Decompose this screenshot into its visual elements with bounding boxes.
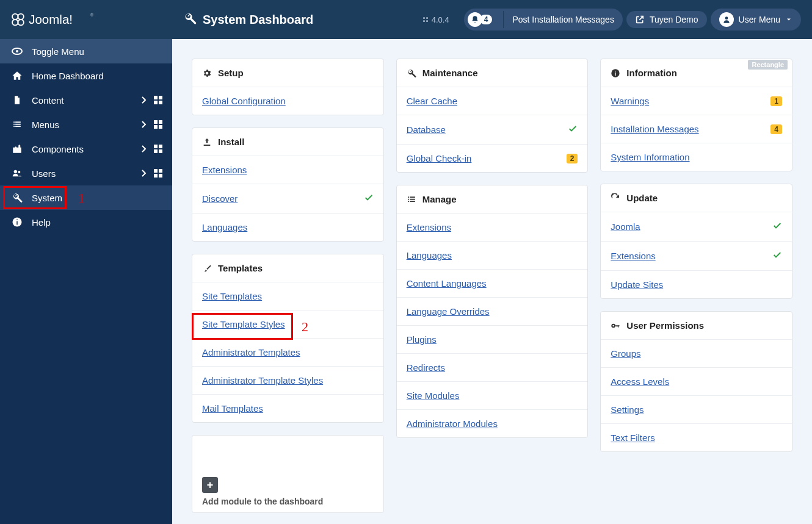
link-languages[interactable]: Languages bbox=[202, 222, 374, 232]
card-link-row: Joomla bbox=[601, 212, 792, 241]
topbar: System Dashboard 4.0.4 4 Post Installati… bbox=[172, 0, 812, 39]
link-mail-templates[interactable]: Mail Templates bbox=[202, 403, 374, 414]
card-title: Manage bbox=[422, 194, 457, 204]
dashboard-grid-icon[interactable] bbox=[154, 96, 162, 104]
svg-rect-53 bbox=[618, 325, 618, 327]
link-global-configuration[interactable]: Global Configuration bbox=[202, 96, 374, 106]
card-title: User Permissions bbox=[626, 320, 704, 331]
card-header: Maintenance bbox=[397, 59, 588, 87]
check-icon bbox=[568, 124, 578, 135]
link-extensions[interactable]: Extensions bbox=[407, 222, 578, 232]
card-setup: SetupGlobal Configuration bbox=[192, 59, 384, 115]
svg-point-7 bbox=[16, 50, 18, 52]
link-site-templates[interactable]: Site Templates bbox=[202, 291, 374, 301]
link-settings[interactable]: Settings bbox=[611, 404, 782, 415]
add-module-button[interactable]: + bbox=[202, 477, 218, 493]
link-text-filters[interactable]: Text Filters bbox=[611, 432, 782, 443]
content-area: SetupGlobal ConfigurationInstallExtensio… bbox=[172, 39, 812, 524]
home-icon bbox=[10, 70, 24, 81]
link-warnings[interactable]: Warnings bbox=[611, 96, 770, 106]
svg-point-3 bbox=[18, 20, 23, 25]
link-language-overrides[interactable]: Language Overrides bbox=[407, 306, 578, 317]
card-header: Manage bbox=[397, 185, 588, 213]
svg-rect-48 bbox=[615, 72, 616, 75]
card-maintenance: MaintenanceClear CacheDatabaseGlobal Che… bbox=[396, 59, 589, 173]
link-installation-messages[interactable]: Installation Messages bbox=[611, 124, 770, 134]
card-link-row: Text Filters bbox=[601, 423, 792, 451]
sidebar-item-label: System bbox=[32, 193, 162, 203]
sidebar-item-content[interactable]: Content bbox=[0, 88, 172, 112]
card-link-row: Redirects bbox=[397, 353, 588, 381]
link-groups[interactable]: Groups bbox=[611, 348, 782, 359]
sidebar-item-label: Menus bbox=[32, 120, 142, 130]
link-discover[interactable]: Discover bbox=[202, 193, 364, 204]
card-link-row: Language Overrides bbox=[397, 297, 588, 325]
link-update-sites[interactable]: Update Sites bbox=[611, 279, 782, 290]
cog-icon bbox=[202, 68, 212, 78]
chevron-right-icon bbox=[142, 95, 147, 106]
svg-point-36 bbox=[426, 17, 428, 19]
notifications-label: Post Installation Messages bbox=[503, 11, 623, 28]
link-access-levels[interactable]: Access Levels bbox=[611, 376, 782, 387]
svg-rect-16 bbox=[13, 126, 15, 127]
link-site-template-styles[interactable]: Site Template Styles bbox=[202, 319, 374, 329]
card-header: User PermissionsRectangle bbox=[601, 312, 792, 339]
sidebar-item-label: Users bbox=[32, 168, 142, 179]
link-administrator-modules[interactable]: Administrator Modules bbox=[407, 418, 578, 429]
link-joomla[interactable]: Joomla bbox=[611, 221, 772, 232]
card-link-row: System Information bbox=[601, 143, 792, 171]
card-link-row: Database bbox=[397, 115, 588, 144]
link-system-information[interactable]: System Information bbox=[611, 152, 782, 162]
svg-rect-34 bbox=[16, 220, 18, 221]
add-module-card: +Add module to the dashboard bbox=[192, 435, 384, 513]
svg-rect-14 bbox=[13, 124, 15, 125]
card-permissions: User PermissionsRectangleGroupsAccess Le… bbox=[600, 311, 792, 452]
count-badge: 1 bbox=[770, 96, 782, 106]
chevron-right-icon bbox=[142, 144, 147, 154]
sidebar-item-help[interactable]: Help bbox=[0, 210, 172, 234]
link-content-languages[interactable]: Content Languages bbox=[407, 278, 578, 289]
link-site-modules[interactable]: Site Modules bbox=[407, 390, 578, 401]
add-module-label: Add module to the dashboard bbox=[202, 497, 323, 506]
svg-rect-52 bbox=[615, 325, 620, 326]
card-link-row: Discover bbox=[192, 184, 383, 213]
dashboard-grid-icon[interactable] bbox=[154, 169, 162, 178]
svg-rect-18 bbox=[154, 120, 158, 124]
toggle-menu-button[interactable]: Toggle Menu bbox=[0, 39, 172, 63]
card-link-row: Site Template Styles bbox=[192, 310, 383, 338]
link-extensions[interactable]: Extensions bbox=[611, 251, 772, 261]
card-link-row: Global Configuration bbox=[192, 87, 383, 115]
link-extensions[interactable]: Extensions bbox=[202, 165, 374, 175]
link-plugins[interactable]: Plugins bbox=[407, 334, 578, 345]
link-redirects[interactable]: Redirects bbox=[407, 362, 578, 373]
sidebar-item-components[interactable]: Components bbox=[0, 137, 172, 161]
version-indicator[interactable]: 4.0.4 bbox=[422, 15, 449, 24]
svg-rect-49 bbox=[615, 71, 616, 71]
sidebar-item-home-dashboard[interactable]: Home Dashboard bbox=[0, 63, 172, 88]
card-header: Install bbox=[192, 128, 383, 156]
svg-rect-46 bbox=[410, 201, 415, 202]
link-global-check-in[interactable]: Global Check-in bbox=[407, 153, 567, 163]
link-languages[interactable]: Languages bbox=[407, 250, 578, 260]
link-administrator-template-styles[interactable]: Administrator Template Styles bbox=[202, 375, 374, 386]
link-clear-cache[interactable]: Clear Cache bbox=[407, 96, 578, 106]
chevron-right-icon bbox=[142, 120, 147, 130]
sidebar-item-menus[interactable]: Menus bbox=[0, 112, 172, 137]
notifications-pill[interactable]: 4 Post Installation Messages bbox=[464, 9, 623, 31]
card-title: Maintenance bbox=[422, 68, 478, 78]
notifications-count: 4 bbox=[480, 15, 493, 24]
site-name: Tuyen Demo bbox=[650, 15, 698, 24]
sidebar-item-system[interactable]: System bbox=[0, 185, 172, 210]
site-link-pill[interactable]: Tuyen Demo bbox=[626, 11, 707, 28]
link-administrator-templates[interactable]: Administrator Templates bbox=[202, 347, 374, 357]
dashboard-grid-icon[interactable] bbox=[154, 120, 162, 129]
sidebar-item-users[interactable]: Users bbox=[0, 161, 172, 185]
dashboard-grid-icon[interactable] bbox=[154, 145, 162, 153]
svg-rect-12 bbox=[13, 121, 15, 123]
card-link-row: Site Modules bbox=[397, 381, 588, 409]
user-icon bbox=[719, 12, 734, 27]
user-menu-pill[interactable]: User Menu bbox=[711, 9, 801, 31]
svg-rect-25 bbox=[159, 149, 162, 153]
link-database[interactable]: Database bbox=[407, 124, 568, 135]
brand-logo[interactable]: Joomla!® bbox=[0, 0, 172, 39]
